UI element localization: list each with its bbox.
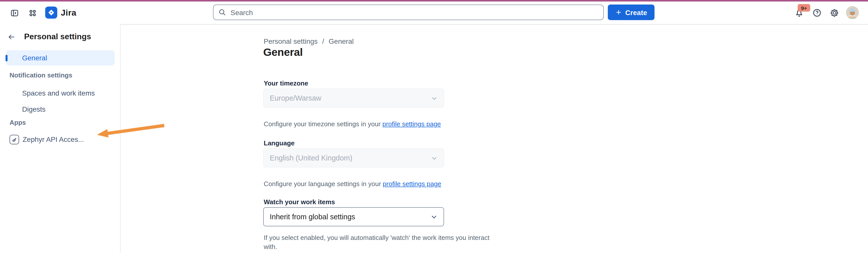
- language-select[interactable]: English (United Kingdom): [263, 148, 444, 168]
- breadcrumb-personal-settings[interactable]: Personal settings: [264, 37, 318, 45]
- create-button[interactable]: Create: [608, 4, 654, 20]
- sidebar-item-label: General: [22, 54, 47, 62]
- selected-indicator: [5, 55, 7, 61]
- watch-work-items-helper: If you select enabled, you will automati…: [264, 233, 492, 251]
- breadcrumb: Personal settings / General: [264, 37, 353, 45]
- chevron-down-icon: [431, 95, 437, 101]
- sidebar-item-label: Spaces and work items: [22, 89, 95, 97]
- chevron-down-icon: [431, 213, 437, 220]
- sidebar-item-spaces-and-work-items[interactable]: Spaces and work items: [6, 85, 115, 101]
- timezone-select[interactable]: Europe/Warsaw: [263, 88, 444, 108]
- language-value: English (United Kingdom): [270, 154, 352, 162]
- app-switcher-button[interactable]: [25, 1, 40, 24]
- watch-work-items-label: Watch your work items: [264, 198, 335, 206]
- sidebar-item-digests[interactable]: Digests: [6, 102, 115, 117]
- sidebar-section-apps: Apps: [9, 119, 26, 126]
- settings-sidebar: Personal settings General Notification s…: [0, 24, 121, 253]
- help-icon: [812, 8, 822, 18]
- sidebar-header: Personal settings: [0, 30, 120, 43]
- app-window: Jira Create 9+: [0, 0, 868, 253]
- page-title: General: [263, 46, 303, 59]
- jira-logo-icon[interactable]: [45, 6, 57, 19]
- watch-work-items-select[interactable]: Inherit from global settings: [263, 207, 444, 226]
- timezone-helper-text: Configure your timezone settings in your: [264, 120, 382, 128]
- language-helper: Configure your language settings in your…: [264, 179, 441, 188]
- watch-work-items-value: Inherit from global settings: [270, 213, 355, 221]
- top-navigation-bar: Jira Create 9+: [0, 1, 868, 25]
- language-helper-text: Configure your language settings in your: [264, 180, 383, 188]
- user-avatar[interactable]: [846, 6, 859, 19]
- language-label: Language: [264, 139, 294, 147]
- back-arrow-icon: [7, 32, 16, 41]
- breadcrumb-separator: /: [322, 37, 324, 45]
- zephyr-app-icon: [9, 135, 19, 144]
- sidebar-item-label: Zephyr API Acces...: [23, 135, 84, 143]
- sidebar-section-notification-settings: Notification settings: [9, 72, 72, 79]
- plus-icon: [615, 9, 622, 16]
- chevron-down-icon: [431, 154, 437, 161]
- timezone-helper: Configure your timezone settings in your…: [264, 120, 441, 129]
- timezone-value: Europe/Warsaw: [270, 94, 321, 102]
- app-name: Jira: [61, 1, 76, 24]
- sidebar-item-zephyr-api-access[interactable]: Zephyr API Acces...: [6, 132, 115, 147]
- timezone-label: Your timezone: [264, 80, 308, 87]
- global-search: [213, 4, 604, 20]
- help-button[interactable]: [809, 1, 824, 24]
- collapse-sidebar-icon: [10, 8, 19, 17]
- profile-settings-link[interactable]: profile settings page: [383, 180, 441, 188]
- sidebar-title: Personal settings: [24, 32, 91, 41]
- collapse-sidebar-button[interactable]: [7, 1, 22, 24]
- notifications-count-badge[interactable]: 9+: [798, 4, 810, 11]
- search-input[interactable]: [213, 4, 604, 20]
- settings-button[interactable]: [827, 1, 842, 24]
- app-switcher-icon: [29, 9, 37, 17]
- sidebar-item-label: Digests: [22, 105, 45, 113]
- gear-icon: [830, 8, 839, 18]
- breadcrumb-general[interactable]: General: [329, 37, 354, 45]
- profile-settings-link[interactable]: profile settings page: [382, 120, 441, 128]
- sidebar-item-general[interactable]: General: [6, 50, 115, 65]
- back-button[interactable]: [7, 33, 16, 41]
- create-button-label: Create: [625, 8, 647, 16]
